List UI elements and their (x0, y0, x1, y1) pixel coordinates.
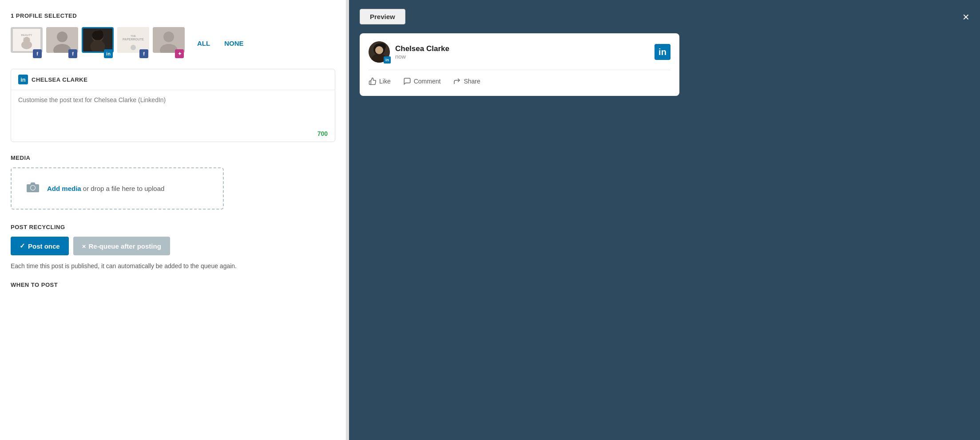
recycling-label: POST RECYCLING (11, 224, 335, 230)
post-card-user: in Chelsea Clarke now (369, 41, 449, 63)
char-count: 700 (11, 127, 335, 142)
svg-point-20 (31, 186, 35, 190)
instagram-badge: ✦ (175, 49, 184, 58)
profile-chelsea[interactable]: in (82, 27, 114, 59)
svg-point-11 (97, 30, 103, 36)
media-upload-box[interactable]: Add media or drop a file here to upload (11, 167, 224, 210)
post-once-button[interactable]: ✓ Post once (11, 237, 69, 255)
profiles-header: 1 PROFILE SELECTED (11, 12, 335, 19)
recycling-info-text: Each time this post is published, it can… (11, 262, 335, 271)
upload-rest-text: or drop a file here to upload (81, 185, 165, 192)
post-card-header: in Chelsea Clarke now in (369, 41, 671, 63)
svg-point-12 (91, 40, 105, 53)
preview-button[interactable]: Preview (360, 9, 405, 24)
none-button[interactable]: NONE (221, 38, 247, 49)
profile-person3[interactable]: ✦ (153, 27, 185, 59)
svg-text:PAPERROUTE: PAPERROUTE (123, 38, 144, 41)
when-to-post-label: WHEN TO POST (11, 281, 335, 288)
profile-paperroute[interactable]: THE PAPERROUTE f (117, 27, 149, 59)
linkedin-icon-corner: in (655, 44, 671, 60)
post-card: in Chelsea Clarke now in Like (360, 33, 679, 96)
check-icon: ✓ (20, 242, 25, 250)
comment-label: Comment (414, 78, 441, 85)
svg-point-4 (23, 37, 30, 44)
media-label: MEDIA (11, 155, 335, 161)
share-label: Share (464, 78, 480, 85)
close-button[interactable]: × (963, 11, 969, 23)
camera-icon (26, 181, 40, 196)
profile-beauty[interactable]: BEAUTY & Crafts f (11, 27, 43, 59)
like-button[interactable]: Like (369, 75, 391, 88)
facebook-badge-2: f (68, 49, 77, 58)
profile-name-label: CHELSEA CLARKE (32, 76, 87, 83)
facebook-badge-3: f (139, 49, 148, 58)
linkedin-badge: in (104, 49, 113, 58)
profiles-row: BEAUTY & Crafts f f (11, 27, 335, 59)
post-card-name: Chelsea Clarke (395, 44, 449, 53)
all-none-buttons: ALL NONE (194, 38, 247, 49)
facebook-badge: f (33, 49, 42, 58)
profile-text-section: in CHELSEA CLARKE 700 (11, 69, 335, 142)
add-media-link[interactable]: Add media (47, 185, 81, 192)
profile-textarea[interactable] (11, 90, 335, 126)
post-recycling-section: POST RECYCLING ✓ Post once × Re-queue af… (11, 224, 335, 288)
recycling-buttons: ✓ Post once × Re-queue after posting (11, 237, 335, 255)
post-card-user-info: Chelsea Clarke now (395, 44, 449, 60)
post-card-time: now (395, 53, 449, 60)
svg-point-6 (57, 32, 67, 42)
post-card-actions: Like Comment Share (369, 70, 671, 88)
requeue-label: Re-queue after posting (88, 242, 161, 250)
like-label: Like (379, 78, 391, 85)
svg-text:BEAUTY: BEAUTY (21, 34, 32, 36)
profile-person1[interactable]: f (46, 27, 78, 59)
media-section: MEDIA Add media or drop a file here to u… (11, 155, 335, 210)
right-panel: Preview × (349, 0, 980, 440)
post-card-linkedin-badge: in (384, 56, 391, 63)
svg-point-25 (375, 46, 383, 54)
svg-point-18 (163, 32, 174, 42)
all-button[interactable]: ALL (194, 38, 214, 49)
share-button[interactable]: Share (453, 75, 480, 88)
post-card-avatar-wrap: in (369, 41, 390, 63)
preview-header: Preview × (360, 9, 969, 24)
svg-point-16 (131, 45, 136, 50)
x-icon: × (82, 242, 86, 250)
linkedin-icon-header: in (18, 75, 28, 84)
requeue-button[interactable]: × Re-queue after posting (73, 237, 170, 255)
comment-button[interactable]: Comment (403, 75, 441, 88)
post-once-label: Post once (28, 242, 60, 250)
media-upload-text: Add media or drop a file here to upload (47, 185, 164, 192)
left-panel: 1 PROFILE SELECTED BEAUTY & Crafts f (0, 0, 346, 440)
profile-text-header: in CHELSEA CLARKE (11, 69, 335, 90)
svg-text:THE: THE (131, 35, 136, 37)
